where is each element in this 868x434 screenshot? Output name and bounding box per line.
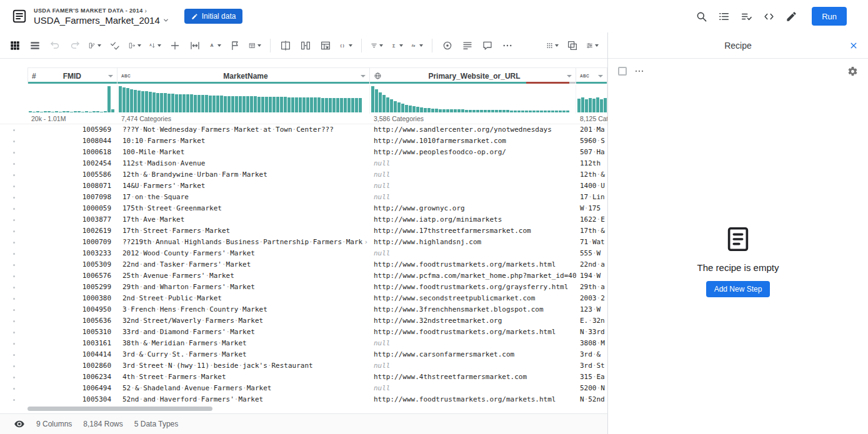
column-export-button[interactable] xyxy=(127,36,143,55)
cell-marketname[interactable]: 4th·Street·Farmers·Market xyxy=(117,372,370,383)
cell-col4[interactable]: 112th xyxy=(576,158,607,169)
column-header-FMID[interactable]: #FMID xyxy=(27,67,117,84)
search-icon[interactable] xyxy=(694,9,709,24)
close-icon[interactable] xyxy=(849,41,858,50)
row-handle[interactable] xyxy=(13,354,15,356)
undo-button[interactable] xyxy=(47,36,63,55)
cell-fmid[interactable]: 1002860 xyxy=(27,360,117,372)
row-handle[interactable] xyxy=(13,163,15,165)
row-handle[interactable] xyxy=(13,141,15,142)
steps-list-icon[interactable] xyxy=(717,9,731,24)
cell-col4[interactable]: 17·Lin xyxy=(576,192,607,203)
table-row[interactable]: 1005969???Y·Not·Wednesday·Farmers·Market… xyxy=(0,124,607,136)
cell-col4[interactable]: 2003·2 xyxy=(576,293,607,304)
cell-col4[interactable]: 1622·E xyxy=(576,214,607,225)
filter-rows-button[interactable] xyxy=(369,36,385,55)
cell-col4[interactable]: 71·Wat xyxy=(576,237,607,248)
cell-col4[interactable]: 555·W xyxy=(576,248,607,259)
cell-marketname[interactable]: ???Y·Not·Wednesday·Farmers·Market·at·Tow… xyxy=(117,124,370,136)
row-handle[interactable] xyxy=(13,242,15,244)
cell-col4[interactable]: E.·32n xyxy=(576,315,607,327)
cell-fmid[interactable]: 1005310 xyxy=(27,327,117,338)
row-handle[interactable] xyxy=(13,185,15,187)
cell-col4[interactable]: 5200·N xyxy=(576,383,607,394)
row-handle[interactable] xyxy=(13,208,15,210)
cell-marketname[interactable]: 100-Mile·Market xyxy=(117,147,370,158)
cell-fmid[interactable]: 1006494 xyxy=(27,383,117,394)
table-row[interactable]: 100529929th·and·Wharton·Farmers'·Marketh… xyxy=(0,282,607,293)
column-histogram-Primary_Website_or_URL[interactable] xyxy=(370,85,576,114)
cell-marketname[interactable]: 3rd·&·Curry·St.·Farmers·Market xyxy=(117,349,370,360)
visibility-eye-icon[interactable] xyxy=(14,418,25,430)
cell-col4[interactable]: 1400·U xyxy=(576,180,607,192)
checklist-icon[interactable] xyxy=(739,9,754,24)
row-handle[interactable] xyxy=(13,219,15,221)
cell-marketname[interactable]: 175th·Street·Greenmarket xyxy=(117,203,370,214)
cell-marketname[interactable]: 25th·Avenue·Farmers'·Market xyxy=(117,270,370,282)
table-row[interactable]: 100649452·&·Shadeland·Avenue·Farmers·Mar… xyxy=(0,383,607,394)
cell-url[interactable]: null xyxy=(370,338,576,349)
cell-fmid[interactable]: 1000380 xyxy=(27,293,117,304)
cell-url[interactable]: null xyxy=(370,248,576,259)
select-all-checkbox[interactable] xyxy=(618,67,627,76)
table-row[interactable]: 100804410:10·Farmers·Markethttp://www.10… xyxy=(0,136,607,147)
cell-fmid[interactable]: 1000618 xyxy=(27,147,117,158)
cell-url[interactable]: http;//www.grownyc.org xyxy=(370,203,576,214)
cell-col4[interactable]: 29th·a xyxy=(576,282,607,293)
cell-url[interactable]: http://www.pcfma.com/market_home.php?mar… xyxy=(370,270,576,282)
cell-url[interactable]: http://www.carsonfarmersmarket.com xyxy=(370,349,576,360)
row-handle[interactable] xyxy=(13,264,15,266)
breadcrumb[interactable]: USDA FAMER'S MARKET DATA - 2014 › xyxy=(34,7,169,14)
cell-marketname[interactable]: 17th·Street·Farmers·Market xyxy=(117,225,370,237)
cell-url[interactable]: http://www.foodtrustmarkets.org/markets.… xyxy=(370,259,576,270)
cell-marketname[interactable]: 33rd·and·Diamond·Farmers'·Market xyxy=(117,327,370,338)
column-histogram-MarketName[interactable] xyxy=(117,85,370,114)
table-row[interactable]: 10049503·French·Hens·French·Country·Mark… xyxy=(0,304,607,315)
cell-fmid[interactable]: 1005636 xyxy=(27,315,117,327)
cell-url[interactable]: null xyxy=(370,360,576,372)
table-row[interactable]: 100709817·on·the·Squarenull17·Lin xyxy=(0,192,607,203)
cell-col4[interactable]: N·52nd xyxy=(576,394,607,405)
filter-settings-button[interactable] xyxy=(584,36,601,55)
app-logo-icon[interactable] xyxy=(11,8,27,24)
cell-fmid[interactable]: 1005299 xyxy=(27,282,117,293)
cell-url[interactable]: http://www.1010farmersmarket.com xyxy=(370,136,576,147)
table-row[interactable]: 100530452nd·and·Haverford·Farmers'·Marke… xyxy=(0,394,607,405)
edit-pen-icon[interactable] xyxy=(784,9,799,24)
validate-button[interactable] xyxy=(107,36,123,55)
cell-url[interactable]: null xyxy=(370,180,576,192)
extract-pattern-button[interactable]: { } xyxy=(337,36,354,55)
row-handle[interactable] xyxy=(13,174,15,176)
row-view-button[interactable] xyxy=(27,36,43,55)
row-handle[interactable] xyxy=(13,365,15,367)
cell-col4[interactable]: 507·Ha xyxy=(576,147,607,158)
table-row[interactable]: 10003802nd·Street·Public·Markethttp://ww… xyxy=(0,293,607,304)
cell-fmid[interactable]: 1005586 xyxy=(27,169,117,180)
cell-url[interactable]: http://www.secondstreetpublicmarket.com xyxy=(370,293,576,304)
cell-fmid[interactable]: 1008044 xyxy=(27,136,117,147)
cell-marketname[interactable]: 22nd·and·Tasker·Farmers'·Market xyxy=(117,259,370,270)
dataset-title[interactable]: USDA_Farmers_Market_2014 xyxy=(34,15,169,26)
cell-col4[interactable]: 194·W xyxy=(576,270,607,282)
cell-url[interactable]: http://www.peoplesfoodco-op.org/ xyxy=(370,147,576,158)
cell-marketname[interactable]: 32nd·Street/Waverly·Farmers·Market xyxy=(117,315,370,327)
table-row[interactable]: 100807114&U·Farmers'·Marketnull1400·U xyxy=(0,180,607,192)
cell-col4[interactable]: W·175 xyxy=(576,203,607,214)
table-row[interactable]: 100530922nd·and·Tasker·Farmers'·Marketht… xyxy=(0,259,607,270)
column-menu-caret-icon[interactable] xyxy=(598,75,603,77)
table-row[interactable]: 100563632nd·Street/Waverly·Farmers·Marke… xyxy=(0,315,607,327)
column-menu-caret-icon[interactable] xyxy=(567,75,572,77)
cell-marketname[interactable]: 112st·Madison·Avenue xyxy=(117,158,370,169)
cell-fmid[interactable]: 1006234 xyxy=(27,372,117,383)
cell-col4[interactable]: 17th·& xyxy=(576,225,607,237)
pivot-button[interactable] xyxy=(317,36,334,55)
table-row[interactable]: 100558612th·&·Brandywine·Urban·Farm·Mark… xyxy=(0,169,607,180)
column-header-MarketName[interactable]: ABCMarketName xyxy=(117,67,370,84)
row-handle[interactable] xyxy=(13,152,15,154)
aggregate-button[interactable]: Σ xyxy=(389,36,405,55)
cell-col4[interactable]: 3rd·& xyxy=(576,349,607,360)
horizontal-scrollbar[interactable] xyxy=(0,407,607,412)
cell-marketname[interactable]: 10:10·Farmers·Market xyxy=(117,136,370,147)
row-handle[interactable] xyxy=(13,275,15,277)
cell-marketname[interactable]: 29th·and·Wharton·Farmers'·Market xyxy=(117,282,370,293)
